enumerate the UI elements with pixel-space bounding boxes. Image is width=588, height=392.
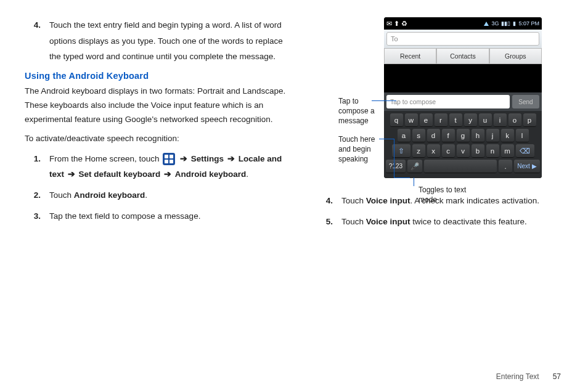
body-paragraph-2: To activate/deactivate speech recognitio… [25,132,292,146]
key-t[interactable]: t [449,113,462,127]
key-j[interactable]: j [486,129,499,142]
key-m[interactable]: m [501,144,514,158]
bold-text: Voice input [366,217,410,226]
send-button[interactable]: Send [512,95,539,108]
step-number: 4. [25,17,49,65]
to-input[interactable]: To [386,32,539,46]
arrow-icon: ➔ [180,154,187,163]
text: twice to deactivate this feature. [410,217,527,226]
leader-line [379,139,394,139]
key-space[interactable] [424,160,497,173]
key-symbols[interactable]: ?123 [386,160,406,173]
contact-tabs: Recent Contacts Groups [384,48,542,64]
path-android-keyboard: Android keyboard [175,169,247,179]
body-paragraph-1: The Android keyboard displays in two for… [25,84,292,127]
leader-line [394,139,394,178]
status-bar: ✉ ⬆ ♻ 3G ▮▮▯ ▮ 5:07 PM [384,17,542,30]
step-text: Touch Android keyboard. [49,187,292,203]
key-a[interactable]: a [398,129,410,142]
key-g[interactable]: g [457,129,470,142]
section-heading: Using the Android Keyboard [25,71,292,81]
page-number: 57 [553,372,561,381]
key-next[interactable]: Next ▶ [514,160,540,173]
key-delete[interactable]: ⌫ [516,144,534,158]
kbd-row-3: ⇧ z x c v b n m ⌫ [386,144,540,158]
key-v[interactable]: v [457,144,470,158]
to-placeholder: To [391,35,398,43]
step-number: 1. [25,151,49,182]
phone-figure: ✉ ⬆ ♻ 3G ▮▮▯ ▮ 5:07 PM To Recent Contact… [338,17,542,178]
key-shift[interactable]: ⇧ [392,144,410,158]
bars-icon: ▮▮▯ [501,20,510,27]
key-period[interactable]: . [499,160,512,173]
step-2: 2. Touch Android keyboard. [25,187,292,203]
key-o[interactable]: o [508,113,521,127]
key-i[interactable]: i [494,113,507,127]
phone-mockup: ✉ ⬆ ♻ 3G ▮▮▯ ▮ 5:07 PM To Recent Contact… [384,17,542,178]
page-footer: Entering Text 57 [496,372,561,381]
page-columns: 4. Touch the text entry field and begin … [25,17,563,234]
key-mic[interactable]: 🎤 [407,160,422,173]
key-r[interactable]: r [435,113,447,127]
kbd-row-2: a s d f g h j k l [386,129,540,142]
key-w[interactable]: w [405,113,418,127]
battery-icon: ▮ [513,20,516,27]
key-h[interactable]: h [472,129,484,142]
step-text: Touch Voice input twice to deactivate th… [341,214,563,230]
step-number: 5. [317,214,341,230]
status-time: 5:07 PM [518,20,539,27]
compose-row: Tap to compose Send [384,92,542,111]
key-u[interactable]: u [479,113,492,127]
path-set-default-keyboard: Set default keyboard [79,169,163,179]
key-f[interactable]: f [442,129,455,142]
arrow-icon: ➔ [227,154,235,163]
path-settings: Settings [191,154,226,163]
left-column: 4. Touch the text entry field and begin … [25,17,292,234]
text: Touch [341,196,366,205]
key-y[interactable]: y [464,113,477,127]
step-text: From the Home screen, touch ➔ Settings ➔… [49,151,292,182]
android-keyboard: q w e r t y u i o p a s d [384,111,542,178]
step-number: 3. [25,208,49,224]
leader-line [394,178,410,178]
key-s[interactable]: s [412,129,425,142]
key-c[interactable]: c [442,144,455,158]
key-k[interactable]: k [501,129,514,142]
arrow-icon: ➔ [164,169,171,179]
key-z[interactable]: z [412,144,425,158]
step-4: 4. Touch the text entry field and begin … [25,17,292,65]
text: . [145,190,147,200]
tab-recent[interactable]: Recent [384,48,436,64]
key-l[interactable]: l [516,129,529,142]
bold-text: Voice input [366,196,410,205]
key-p[interactable]: p [523,113,536,127]
status-left-icons: ✉ ⬆ ♻ [386,20,407,28]
tab-groups[interactable]: Groups [489,48,542,64]
tab-contacts[interactable]: Contacts [436,48,489,64]
microphone-icon: 🎤 [410,162,419,171]
message-list-empty [384,64,542,92]
network-icon: 3G [491,20,499,27]
key-q[interactable]: q [390,113,403,127]
footer-section-title: Entering Text [496,372,539,381]
key-b[interactable]: b [472,144,484,158]
text: From the Home screen, touch [49,154,161,163]
apps-grid-icon [163,153,175,165]
callout-touch-begin-speaking: Touch here and begin speaking [338,134,383,165]
key-e[interactable]: e [420,113,433,127]
arrow-icon: ➔ [68,169,75,179]
text: Touch [49,190,74,200]
kbd-row-1: q w e r t y u i o p [386,113,540,127]
signal-icon [484,22,489,26]
kbd-row-4: ?123 🎤 . Next ▶ [386,160,540,173]
step-5-right: 5. Touch Voice input twice to deactivate… [317,214,563,230]
compose-input[interactable]: Tap to compose [386,95,510,108]
to-row: To [384,30,542,48]
step-text: Touch the text entry field and begin typ… [49,17,292,65]
key-x[interactable]: x [427,144,440,158]
step-number: 2. [25,187,49,203]
callout-toggles-text-mode: Toggles to text mode [419,185,474,205]
key-n[interactable]: n [486,144,499,158]
step-3: 3. Tap the text field to compose a messa… [25,208,292,224]
key-d[interactable]: d [427,129,440,142]
